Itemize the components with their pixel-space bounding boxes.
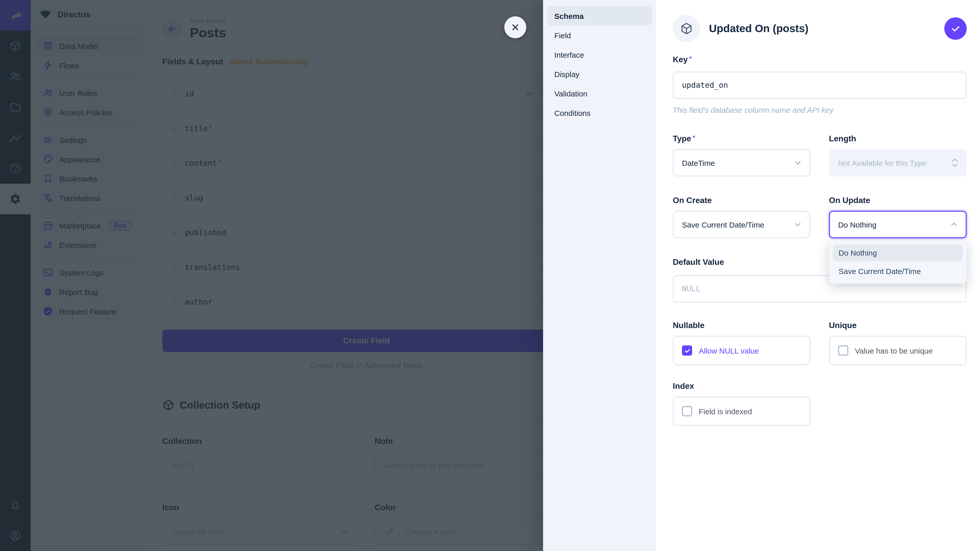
type-field-group: Type* DateTime bbox=[673, 134, 811, 176]
save-button[interactable] bbox=[944, 17, 967, 40]
drawer-title: Updated On (posts) bbox=[709, 22, 808, 35]
length-field-group: Length Not Available for this Type bbox=[829, 134, 967, 176]
drawer-header: Updated On (posts) bbox=[673, 0, 967, 57]
key-helper-text: This field's database column name and AP… bbox=[673, 106, 967, 114]
index-label: Index bbox=[673, 382, 967, 391]
drawer-content: Updated On (posts) Key* updated_on This … bbox=[656, 0, 980, 551]
nullable-label: Nullable bbox=[673, 321, 811, 330]
chevron-up-icon bbox=[950, 220, 959, 229]
on-update-field-group: On Update Do Nothing Do Nothing Save Cur… bbox=[829, 196, 967, 238]
menu-item-do-nothing[interactable]: Do Nothing bbox=[833, 245, 963, 261]
field-detail-drawer: Schema Field Interface Display Validatio… bbox=[543, 0, 980, 551]
on-create-update-row: On Create Save Current Date/Time On Upda… bbox=[673, 196, 967, 238]
on-create-value: Save Current Date/Time bbox=[682, 220, 764, 229]
index-checkbox-row[interactable]: Field is indexed bbox=[673, 396, 811, 426]
unique-checkbox-row[interactable]: Value has to be unique bbox=[829, 336, 967, 365]
index-field-group: Index Field is indexed bbox=[673, 382, 967, 426]
type-select[interactable]: DateTime bbox=[673, 149, 811, 176]
length-placeholder: Not Available for this Type bbox=[838, 159, 926, 167]
chevron-down-icon bbox=[951, 163, 959, 168]
required-mark: * bbox=[693, 134, 695, 141]
required-mark: * bbox=[689, 55, 692, 62]
check-icon bbox=[950, 24, 961, 34]
length-input: Not Available for this Type bbox=[829, 149, 967, 176]
checkbox-checked[interactable] bbox=[682, 345, 692, 356]
on-create-field-group: On Create Save Current Date/Time bbox=[673, 196, 811, 238]
on-update-select[interactable]: Do Nothing bbox=[829, 211, 967, 238]
unique-field-group: Unique Value has to be unique bbox=[829, 321, 967, 365]
drawer-overlay[interactable] bbox=[0, 0, 543, 551]
tab-schema[interactable]: Schema bbox=[547, 6, 652, 25]
tab-interface[interactable]: Interface bbox=[547, 45, 652, 64]
key-label: Key* bbox=[673, 55, 967, 64]
check-icon bbox=[684, 347, 690, 354]
checkbox-label: Allow NULL value bbox=[699, 346, 759, 355]
key-field-group: Key* updated_on This field's database co… bbox=[673, 55, 967, 114]
checkbox-label: Field is indexed bbox=[699, 407, 752, 416]
nullable-field-group: Nullable Allow NULL value bbox=[673, 321, 811, 365]
menu-item-save-current-datetime[interactable]: Save Current Date/Time bbox=[833, 263, 963, 279]
tab-display[interactable]: Display bbox=[547, 64, 652, 84]
checkbox-label: Value has to be unique bbox=[855, 346, 933, 355]
chevron-down-icon bbox=[793, 220, 802, 229]
nullable-checkbox-row[interactable]: Allow NULL value bbox=[673, 336, 811, 365]
on-update-value: Do Nothing bbox=[838, 220, 877, 229]
chevron-down-icon bbox=[793, 158, 802, 167]
key-input[interactable]: updated_on bbox=[673, 71, 967, 99]
field-type-icon-circle bbox=[673, 15, 700, 42]
drawer-tab-list: Schema Field Interface Display Validatio… bbox=[543, 0, 656, 551]
on-update-label: On Update bbox=[829, 196, 967, 205]
on-create-label: On Create bbox=[673, 196, 811, 205]
on-update-dropdown-menu: Do Nothing Save Current Date/Time bbox=[829, 240, 967, 284]
type-value: DateTime bbox=[682, 159, 715, 167]
checkbox-unchecked[interactable] bbox=[838, 345, 848, 356]
chevron-up-icon bbox=[951, 158, 959, 162]
tab-validation[interactable]: Validation bbox=[547, 84, 652, 103]
unique-label: Unique bbox=[829, 321, 967, 330]
box-icon bbox=[680, 22, 693, 35]
type-label: Type* bbox=[673, 134, 811, 143]
type-length-row: Type* DateTime Length Not Available for … bbox=[673, 134, 967, 176]
tab-field[interactable]: Field bbox=[547, 25, 652, 45]
close-icon bbox=[511, 22, 520, 32]
tab-conditions[interactable]: Conditions bbox=[547, 103, 652, 122]
default-value-placeholder: NULL bbox=[682, 284, 700, 293]
close-drawer-button[interactable] bbox=[504, 16, 526, 38]
number-stepper[interactable] bbox=[951, 158, 959, 168]
nullable-unique-row: Nullable Allow NULL value Unique Value h… bbox=[673, 321, 967, 365]
on-create-select[interactable]: Save Current Date/Time bbox=[673, 211, 811, 238]
length-label: Length bbox=[829, 134, 967, 143]
key-value: updated_on bbox=[682, 81, 728, 90]
checkbox-unchecked[interactable] bbox=[682, 406, 692, 416]
